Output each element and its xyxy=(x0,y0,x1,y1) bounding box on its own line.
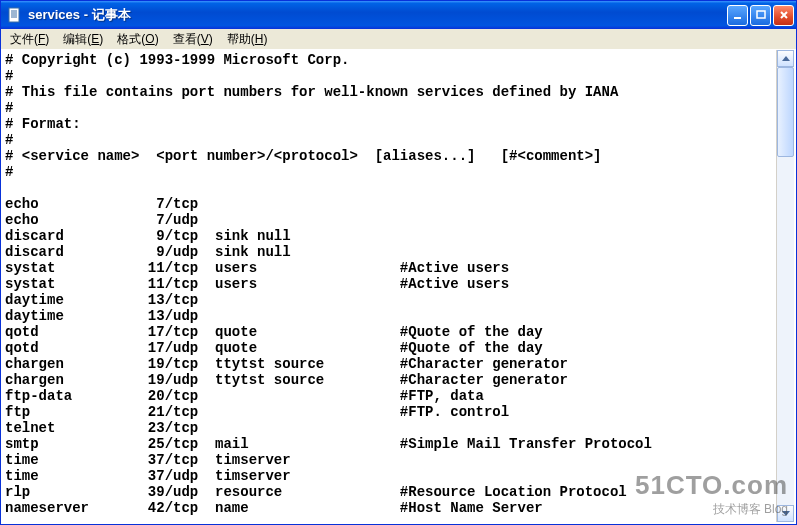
scroll-thumb[interactable] xyxy=(777,67,794,157)
minimize-button[interactable] xyxy=(727,5,748,26)
notepad-icon xyxy=(7,7,23,23)
menu-view[interactable]: 查看(V) xyxy=(166,30,220,49)
notepad-window: services - 记事本 文件(F) 编辑(E) 格式(O) 查看(V) 帮… xyxy=(0,0,797,525)
text-content[interactable]: # Copyright (c) 1993-1999 Microsoft Corp… xyxy=(3,50,776,522)
chevron-up-icon xyxy=(782,56,790,61)
close-button[interactable] xyxy=(773,5,794,26)
menu-help[interactable]: 帮助(H) xyxy=(220,30,275,49)
titlebar[interactable]: services - 记事本 xyxy=(1,1,796,29)
window-controls xyxy=(727,5,794,26)
svg-rect-6 xyxy=(757,11,765,18)
vertical-scrollbar[interactable] xyxy=(776,50,794,522)
menu-format[interactable]: 格式(O) xyxy=(110,30,165,49)
scroll-up-button[interactable] xyxy=(777,50,794,67)
maximize-button[interactable] xyxy=(750,5,771,26)
scroll-track[interactable] xyxy=(777,67,794,505)
menubar: 文件(F) 编辑(E) 格式(O) 查看(V) 帮助(H) xyxy=(1,29,796,50)
svg-rect-5 xyxy=(734,17,741,19)
client-area: # Copyright (c) 1993-1999 Microsoft Corp… xyxy=(3,50,794,522)
menu-edit[interactable]: 编辑(E) xyxy=(56,30,110,49)
menu-file[interactable]: 文件(F) xyxy=(3,30,56,49)
window-title: services - 记事本 xyxy=(28,6,727,24)
chevron-down-icon xyxy=(782,511,790,516)
scroll-down-button[interactable] xyxy=(777,505,794,522)
